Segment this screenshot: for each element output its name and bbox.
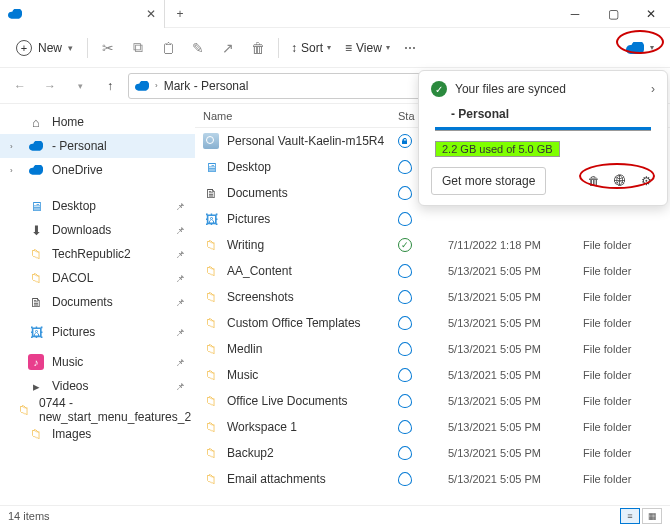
- file-type: File folder: [583, 291, 670, 303]
- table-row[interactable]: 🖼︎Pictures: [195, 206, 670, 232]
- col-name[interactable]: Name: [203, 110, 398, 122]
- gear-icon[interactable]: ⚙: [637, 172, 655, 190]
- lock-status-icon: 🔒︎: [398, 134, 412, 148]
- sidebar-item[interactable]: 📁︎Images: [0, 422, 195, 446]
- cloud-status-icon: [398, 290, 412, 304]
- copy-icon[interactable]: ⧉: [124, 34, 152, 62]
- file-name: AA_Content: [227, 264, 292, 278]
- sidebar-item-label: 0744 - new_start_menu_features_2: [39, 396, 191, 424]
- share-icon[interactable]: ↗: [214, 34, 242, 62]
- sidebar-item[interactable]: 📁︎0744 - new_start_menu_features_2: [0, 398, 195, 422]
- recycle-bin-icon[interactable]: 🗑︎: [585, 172, 603, 190]
- cloud-status-icon: [398, 420, 412, 434]
- table-row[interactable]: 📁︎Email attachments5/13/2021 5:05 PMFile…: [195, 466, 670, 492]
- close-tab-icon[interactable]: ✕: [146, 7, 156, 21]
- view-button[interactable]: ≡ View ▾: [339, 37, 396, 59]
- grid-view-button[interactable]: ▦: [642, 508, 662, 524]
- new-tab-button[interactable]: +: [165, 7, 195, 21]
- table-row[interactable]: 📁︎Workspace 15/13/2021 5:05 PMFile folde…: [195, 414, 670, 440]
- plus-icon: +: [16, 40, 32, 56]
- toolbar: + New ▾ ✂ ⧉ 📋︎ ✎ ↗ 🗑︎ ↕ Sort ▾ ≡ View ▾ …: [0, 28, 670, 68]
- sidebar-item[interactable]: ⌂Home: [0, 110, 195, 134]
- sidebar-item[interactable]: 🗎Documents📌︎: [0, 290, 195, 314]
- cloud-status-icon: [398, 472, 412, 486]
- file-date: 7/11/2022 1:18 PM: [448, 239, 583, 251]
- cloud-status-icon: [398, 342, 412, 356]
- sidebar-item[interactable]: ♪Music📌︎: [0, 350, 195, 374]
- tab-current[interactable]: ✕: [0, 0, 165, 28]
- sidebar-item[interactable]: 📁︎TechRepublic2📌︎: [0, 242, 195, 266]
- minimize-button[interactable]: ─: [556, 0, 594, 28]
- table-row[interactable]: 📁︎Medlin5/13/2021 5:05 PMFile folder: [195, 336, 670, 362]
- cloud-icon: [8, 9, 22, 19]
- new-button[interactable]: + New ▾: [8, 36, 81, 60]
- cut-icon[interactable]: ✂: [94, 34, 122, 62]
- web-icon[interactable]: 🌐︎: [611, 172, 629, 190]
- table-row[interactable]: 📁︎Music5/13/2021 5:05 PMFile folder: [195, 362, 670, 388]
- sidebar-item[interactable]: 🖥︎Desktop📌︎: [0, 194, 195, 218]
- file-date: 5/13/2021 5:05 PM: [448, 447, 583, 459]
- forward-button[interactable]: →: [38, 74, 62, 98]
- onedrive-status-button[interactable]: ▾: [618, 38, 662, 58]
- cloud-status-icon: [398, 186, 412, 200]
- pin-icon: 📌︎: [175, 327, 185, 338]
- file-type: File folder: [583, 343, 670, 355]
- sidebar-item-label: Images: [52, 427, 91, 441]
- more-button[interactable]: ⋯: [398, 37, 422, 59]
- chevron-right-icon: ›: [651, 82, 655, 96]
- file-name: Screenshots: [227, 290, 294, 304]
- item-count: 14 items: [8, 510, 50, 522]
- up-button[interactable]: ↑: [98, 74, 122, 98]
- get-storage-button[interactable]: Get more storage: [431, 167, 546, 195]
- close-window-button[interactable]: ✕: [632, 0, 670, 28]
- sidebar-item-label: Desktop: [52, 199, 96, 213]
- table-row[interactable]: 📁︎AA_Content5/13/2021 5:05 PMFile folder: [195, 258, 670, 284]
- file-name: Workspace 1: [227, 420, 297, 434]
- back-button[interactable]: ←: [8, 74, 32, 98]
- flyout-footer: Get more storage 🗑︎ 🌐︎ ⚙: [431, 167, 655, 195]
- chevron-down-icon: ▾: [386, 43, 390, 52]
- rename-icon[interactable]: ✎: [184, 34, 212, 62]
- cloud-status-icon: [398, 212, 412, 226]
- sort-icon: ↕: [291, 41, 297, 55]
- titlebar: ✕ + ─ ▢ ✕: [0, 0, 670, 28]
- file-name: Pictures: [227, 212, 270, 226]
- file-date: 5/13/2021 5:05 PM: [448, 291, 583, 303]
- cloud-status-icon: [398, 264, 412, 278]
- table-row[interactable]: 📁︎Custom Office Templates5/13/2021 5:05 …: [195, 310, 670, 336]
- pin-icon: 📌︎: [175, 249, 185, 260]
- chevron-down-icon[interactable]: ▾: [68, 74, 92, 98]
- sidebar-item[interactable]: ›- Personal: [0, 134, 195, 158]
- sidebar-item[interactable]: ▸Videos📌︎: [0, 374, 195, 398]
- sidebar-item-label: Home: [52, 115, 84, 129]
- details-view-button[interactable]: ≡: [620, 508, 640, 524]
- table-row[interactable]: 📁︎Screenshots5/13/2021 5:05 PMFile folde…: [195, 284, 670, 310]
- maximize-button[interactable]: ▢: [594, 0, 632, 28]
- storage-usage: 2.2 GB used of 5.0 GB: [435, 141, 560, 157]
- delete-icon[interactable]: 🗑︎: [244, 34, 272, 62]
- sidebar-item-label: Documents: [52, 295, 113, 309]
- breadcrumb-item[interactable]: Mark - Personal: [164, 79, 249, 93]
- table-row[interactable]: 📁︎Backup25/13/2021 5:05 PMFile folder: [195, 440, 670, 466]
- file-name: Custom Office Templates: [227, 316, 361, 330]
- sidebar-item[interactable]: 🖼︎Pictures📌︎: [0, 320, 195, 344]
- view-icon: ≡: [345, 41, 352, 55]
- account-label: - Personal: [451, 107, 655, 121]
- table-row[interactable]: 📁︎Office Live Documents5/13/2021 5:05 PM…: [195, 388, 670, 414]
- file-name: Music: [227, 368, 258, 382]
- paste-icon[interactable]: 📋︎: [154, 34, 182, 62]
- sidebar-item[interactable]: ›OneDrive: [0, 158, 195, 182]
- table-row[interactable]: 📁︎Writing✓7/11/2022 1:18 PMFile folder: [195, 232, 670, 258]
- sidebar-item-label: Videos: [52, 379, 88, 393]
- chevron-right-icon: ›: [155, 81, 158, 90]
- sidebar-item-label: Music: [52, 355, 83, 369]
- file-name: Office Live Documents: [227, 394, 348, 408]
- sort-button[interactable]: ↕ Sort ▾: [285, 37, 337, 59]
- sidebar-item[interactable]: ⬇Downloads📌︎: [0, 218, 195, 242]
- sidebar-item[interactable]: 📁︎DACOL📌︎: [0, 266, 195, 290]
- pin-icon: 📌︎: [175, 273, 185, 284]
- view-label: View: [356, 41, 382, 55]
- flyout-header[interactable]: ✓ Your files are synced ›: [431, 81, 655, 97]
- pin-icon: 📌︎: [175, 381, 185, 392]
- chevron-down-icon: ▾: [327, 43, 331, 52]
